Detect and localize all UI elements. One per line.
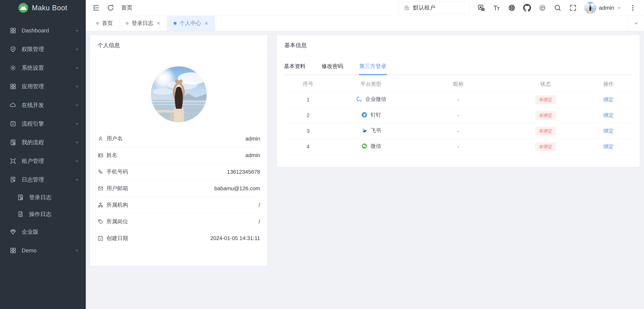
sidebar-item-workflow-engine[interactable]: 流程引擎 <box>0 114 86 133</box>
profile-field-username: 用户名 admin <box>98 130 260 147</box>
translate-icon[interactable] <box>477 4 485 12</box>
id-card-icon <box>98 152 104 158</box>
table-row: 2 钉钉 - 未绑定 绑定 <box>284 107 633 123</box>
refresh-icon[interactable] <box>107 4 114 12</box>
profile-field-position: 所属岗位 / <box>98 213 260 230</box>
row-index: 4 <box>284 139 332 154</box>
field-label: 用户邮箱 <box>106 185 128 192</box>
column-header: 序号 <box>284 76 332 92</box>
tenant-select[interactable]: 默认租户 <box>398 2 470 14</box>
tab-third-party-login[interactable]: 第三方登录 <box>359 56 387 74</box>
status-badge: 未绑定 <box>535 111 556 119</box>
app-logo: Maku Boot <box>0 0 86 16</box>
doc-user-icon <box>17 194 24 201</box>
close-icon[interactable] <box>156 21 161 25</box>
sidebar-item-my-workflow[interactable]: 我的流程 <box>0 133 86 152</box>
grid-icon <box>10 83 16 90</box>
tab-dot <box>126 22 129 25</box>
chevron-down-icon <box>74 28 80 33</box>
sidebar-submenu-logs: 登录日志 操作日志 <box>0 189 86 223</box>
field-label: 手机号码 <box>106 168 128 176</box>
sidebar-item-label: 在线开发 <box>22 101 74 109</box>
collapse-sidebar-icon[interactable] <box>92 4 100 12</box>
sidebar-item-permissions[interactable]: 权限管理 <box>0 40 86 58</box>
sidebar-item-system-settings[interactable]: 系统设置 <box>0 58 86 77</box>
close-icon[interactable] <box>204 21 209 25</box>
sidebar-item-log-management[interactable]: 日志管理 <box>0 170 86 189</box>
tab-home[interactable]: 首页 <box>90 16 119 31</box>
tabs-dropdown-button[interactable] <box>628 16 644 31</box>
sidebar-item-tenant-management[interactable]: 租户管理 <box>0 152 86 170</box>
user-menu[interactable]: admin <box>584 2 622 14</box>
platform-name: 企业微信 <box>365 96 386 103</box>
bind-button[interactable]: 绑定 <box>603 112 614 118</box>
field-value: / <box>258 219 260 225</box>
nickname: - <box>410 139 507 154</box>
field-label: 用户名 <box>106 135 123 142</box>
chevron-down-icon <box>74 84 80 89</box>
kebab-menu-icon[interactable] <box>629 4 636 11</box>
page-content: 个人信息 用户名 admin 姓名 admin 手机号码 136 <box>86 31 644 309</box>
profile-field-realname: 姓名 admin <box>98 147 260 164</box>
breadcrumb[interactable]: 首页 <box>121 4 132 11</box>
sidebar-item-online-dev[interactable]: 在线开发 <box>0 96 86 114</box>
sidebar-item-label: 流程引擎 <box>22 120 74 128</box>
field-value: admin <box>245 152 260 158</box>
field-label: 姓名 <box>106 152 117 159</box>
profile-field-email: 用户邮箱 babamu@126.com <box>98 180 260 197</box>
user-icon <box>98 136 104 142</box>
profile-field-created-date: 创建日期 2024-01-05 14:31:11 <box>98 230 260 247</box>
sidebar-item-label: 租户管理 <box>22 157 74 165</box>
gitee-icon[interactable] <box>538 4 546 12</box>
phone-icon <box>98 169 104 175</box>
tenant-value: 默认租户 <box>413 4 435 11</box>
table-header-row: 序号 平台类型 昵称 状态 操作 <box>284 76 633 92</box>
tab-change-password[interactable]: 修改密码 <box>321 56 344 74</box>
bind-button[interactable]: 绑定 <box>603 144 614 149</box>
tab-label: 登录日志 <box>132 19 153 27</box>
building-icon <box>404 5 410 11</box>
sidebar-item-operation-log[interactable]: 操作日志 <box>0 206 86 223</box>
platform-name: 钉钉 <box>370 111 381 118</box>
row-index: 1 <box>284 92 332 107</box>
sidebar-item-label: 权限管理 <box>22 45 74 53</box>
github-icon[interactable] <box>523 4 531 12</box>
sidebar-item-login-log[interactable]: 登录日志 <box>0 189 86 206</box>
field-label: 所属机构 <box>106 201 128 209</box>
field-label: 创建日期 <box>106 235 128 242</box>
sidebar-item-label: 企业版 <box>22 228 80 236</box>
font-size-icon[interactable] <box>492 4 500 12</box>
log-clock-icon <box>10 176 16 183</box>
platform-name: 飞书 <box>370 127 381 134</box>
tab-basic-profile[interactable]: 基本资料 <box>284 56 306 74</box>
field-value: 2024-01-05 14:31:11 <box>210 235 260 241</box>
search-icon[interactable] <box>554 4 562 12</box>
tab-login-log[interactable]: 登录日志 <box>119 16 167 31</box>
globe-icon[interactable] <box>508 4 516 12</box>
column-header: 平台类型 <box>332 76 409 92</box>
sidebar-item-demo[interactable]: Demo <box>0 241 86 260</box>
table-row: 4 微信 - 未绑定 绑定 <box>284 139 633 154</box>
cloud-icon <box>10 102 16 108</box>
fullscreen-icon[interactable] <box>569 4 577 12</box>
sidebar-item-dashboard[interactable]: Dashboard <box>0 21 86 40</box>
diamond-icon <box>10 229 16 235</box>
tab-dot <box>174 22 176 25</box>
profile-avatar[interactable] <box>151 66 207 122</box>
main-area: 首页 默认租户 admin 首页 <box>86 0 644 309</box>
mail-icon <box>98 185 104 191</box>
doc-user-icon <box>10 139 16 146</box>
tab-personal-center[interactable]: 个人中心 <box>167 16 215 31</box>
wechat-icon <box>361 143 368 150</box>
sidebar-item-enterprise[interactable]: 企业版 <box>0 223 86 241</box>
bind-button[interactable]: 绑定 <box>603 97 614 102</box>
bind-button[interactable]: 绑定 <box>603 128 614 134</box>
wecom-icon <box>356 96 363 103</box>
nickname: - <box>410 107 507 123</box>
basic-info-card: 基本信息 基本资料 修改密码 第三方登录 序号 平台类型 昵称 状态 操作 <box>277 35 640 167</box>
profile-card: 个人信息 用户名 admin 姓名 admin 手机号码 136 <box>90 35 268 266</box>
sidebar-item-app-management[interactable]: 应用管理 <box>0 77 86 96</box>
chevron-down-icon <box>633 20 639 26</box>
sidebar-item-label: 我的流程 <box>22 139 74 146</box>
chevron-down-icon <box>74 65 80 70</box>
